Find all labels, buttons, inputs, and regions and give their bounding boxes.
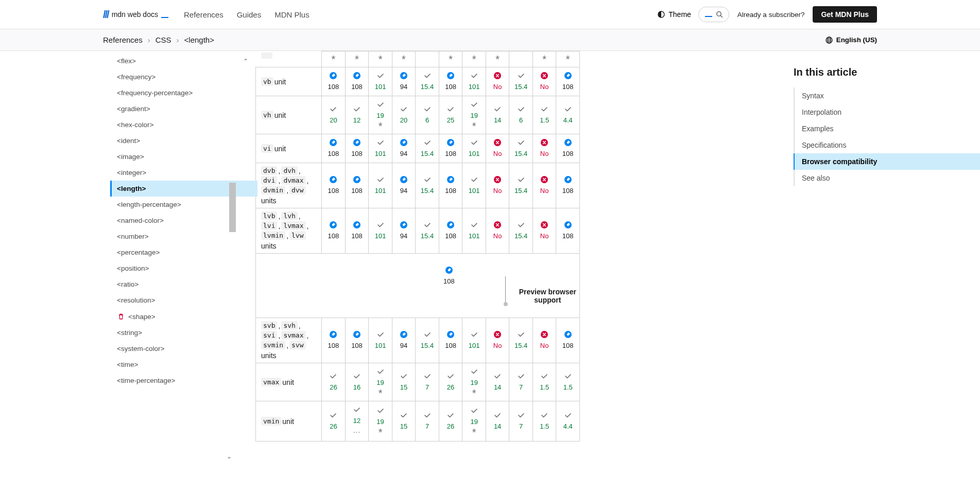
compat-cell[interactable]: 14 [486, 401, 509, 441]
sidebar-item-gradient[interactable]: <gradient> [110, 101, 257, 117]
nav-mdn-plus[interactable]: MDN Plus [274, 10, 310, 19]
sidebar-item-image[interactable]: <image> [110, 149, 257, 165]
compat-cell[interactable]: 15.4 [416, 67, 439, 96]
theme-toggle[interactable]: Theme [657, 10, 691, 19]
compat-cell[interactable]: 108 [556, 318, 580, 363]
sidebar-item-shape[interactable]: <shape> [110, 308, 257, 325]
sidebar-item-ident[interactable]: <ident> [110, 133, 257, 149]
sidebar-item-resolution[interactable]: <resolution> [110, 292, 257, 308]
compat-cell[interactable]: 101 [369, 67, 392, 96]
compat-cell[interactable]: 15.4 [416, 208, 439, 254]
compat-cell[interactable]: * [392, 51, 415, 67]
compat-cell[interactable]: 26 [322, 401, 346, 441]
toc-item-see-also[interactable]: See also [795, 170, 980, 186]
compat-cell[interactable]: No [532, 208, 556, 254]
compat-cell[interactable]: 15 [392, 363, 415, 401]
sidebar-item-frequency[interactable]: <frequency> [110, 69, 257, 85]
get-mdn-plus-button[interactable]: Get MDN Plus [813, 6, 877, 23]
toc-item-browser-compatibility[interactable]: Browser compatibility [794, 153, 980, 170]
compat-cell[interactable]: 12··· [345, 401, 369, 441]
toc-item-syntax[interactable]: Syntax [795, 87, 980, 104]
compat-cell[interactable]: 108 [439, 163, 462, 208]
compat-cell[interactable]: 7 [416, 401, 439, 441]
compat-cell[interactable]: 6 [509, 96, 533, 134]
sidebar-item-ratio[interactable]: <ratio> [110, 276, 257, 292]
sidebar-item-flex[interactable]: <flex>⌃ [110, 53, 257, 69]
compat-cell[interactable]: 26 [439, 401, 462, 441]
compat-cell[interactable]: * [486, 51, 509, 67]
compat-cell[interactable]: 25 [439, 96, 462, 134]
compat-cell[interactable]: 19* [369, 401, 392, 441]
crumb-css[interactable]: CSS [156, 36, 171, 44]
sidebar-item-frequency-percentage[interactable]: <frequency-percentage> [110, 85, 257, 101]
compat-cell[interactable]: 101 [369, 134, 392, 163]
sidebar-item-integer[interactable]: <integer> [110, 165, 257, 181]
compat-cell[interactable]: 108 [345, 67, 369, 96]
compat-cell[interactable]: 94 [392, 318, 415, 363]
compat-cell[interactable]: * [532, 51, 556, 67]
compat-cell[interactable]: 15.4 [509, 318, 533, 363]
compat-cell[interactable]: 15.4 [416, 318, 439, 363]
feature-label[interactable]: vmin unit [256, 401, 322, 441]
compat-cell[interactable]: No [532, 163, 556, 208]
nav-guides[interactable]: Guides [237, 10, 262, 19]
compat-cell[interactable]: 101 [369, 318, 392, 363]
compat-cell[interactable] [416, 51, 439, 67]
compat-cell[interactable]: No [486, 67, 509, 96]
compat-cell[interactable]: 101 [369, 163, 392, 208]
compat-cell[interactable]: 19* [462, 363, 486, 401]
nav-references[interactable]: References [184, 10, 223, 19]
compat-cell[interactable]: 14 [486, 96, 509, 134]
feature-label[interactable]: vb unit [256, 67, 322, 96]
compat-cell[interactable]: 16 [345, 363, 369, 401]
language-switcher[interactable]: English (US) [825, 36, 877, 44]
sidebar-item-percentage[interactable]: <percentage> [110, 244, 257, 260]
compat-cell[interactable]: 108 [345, 134, 369, 163]
toc-item-examples[interactable]: Examples [795, 120, 980, 137]
compat-cell[interactable]: 1.5 [532, 96, 556, 134]
compat-cell[interactable]: 108 [556, 134, 580, 163]
compat-cell[interactable]: 108 [345, 318, 369, 363]
compat-cell[interactable]: 20 [392, 96, 415, 134]
feature-label[interactable]: vh unit [256, 96, 322, 134]
compat-cell[interactable]: 6 [416, 96, 439, 134]
compat-cell[interactable]: No [486, 163, 509, 208]
compat-cell[interactable]: 1.5 [556, 363, 580, 401]
feature-label[interactable]: lvb, lvh, lvi, lvmax, lvmin, lvw units [256, 208, 322, 254]
compat-cell[interactable]: 108 [345, 208, 369, 254]
compat-cell[interactable]: 101 [462, 318, 486, 363]
compat-cell[interactable]: 101 [462, 67, 486, 96]
compat-cell[interactable]: 15 [392, 401, 415, 441]
compat-cell[interactable]: 19* [369, 96, 392, 134]
compat-cell[interactable]: 101 [462, 134, 486, 163]
compat-cell[interactable]: 108 [556, 67, 580, 96]
compat-cell[interactable]: 15.4 [416, 134, 439, 163]
compat-cell[interactable]: 7 [509, 401, 533, 441]
compat-cell[interactable]: No [486, 134, 509, 163]
compat-cell[interactable]: 108 [322, 318, 346, 363]
compat-cell[interactable]: 108 [439, 318, 462, 363]
compat-cell[interactable]: 108 [322, 163, 346, 208]
compat-cell[interactable]: 14 [486, 363, 509, 401]
compat-cell[interactable]: 94 [392, 208, 415, 254]
sidebar-item-time-percentage[interactable]: <time-percentage> [110, 373, 257, 388]
compat-cell[interactable]: 15.4 [509, 163, 533, 208]
compat-cell[interactable]: 12 [345, 96, 369, 134]
compat-cell[interactable]: 94 [392, 67, 415, 96]
compat-cell[interactable]: * [439, 51, 462, 67]
compat-cell[interactable]: No [486, 208, 509, 254]
crumb-references[interactable]: References [103, 36, 143, 44]
compat-cell[interactable]: No [532, 67, 556, 96]
compat-cell[interactable] [509, 51, 533, 67]
compat-cell[interactable]: 108 [556, 208, 580, 254]
toc-item-specifications[interactable]: Specifications [795, 137, 980, 153]
compat-cell[interactable]: 101 [369, 208, 392, 254]
compat-cell[interactable]: 108 [556, 163, 580, 208]
compat-cell[interactable]: 7 [416, 363, 439, 401]
compat-cell[interactable]: 108 [345, 163, 369, 208]
compat-cell[interactable]: 108 [439, 134, 462, 163]
compat-cell[interactable]: 4.4 [556, 96, 580, 134]
compat-cell[interactable]: No [532, 134, 556, 163]
feature-label[interactable]: vmax unit [256, 363, 322, 401]
sidebar-item-time[interactable]: <time> [110, 357, 257, 373]
